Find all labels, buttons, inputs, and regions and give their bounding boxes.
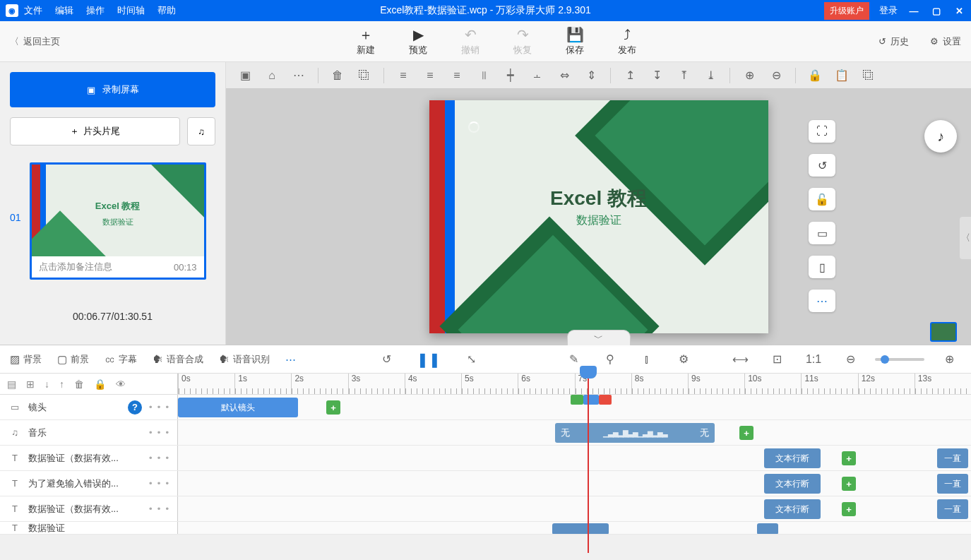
text-end-clip[interactable]: 一直 [937,448,968,468]
marker-blue[interactable] [583,395,599,405]
send-back[interactable]: ⤓ [698,66,722,85]
marker-tl[interactable]: ⚲ [598,350,622,369]
track-options[interactable]: • • • [149,478,169,489]
tool-add-track[interactable]: ⊞ [26,379,35,390]
menu-timeline[interactable]: 时间轴 [117,4,145,17]
settings-button[interactable]: ⚙设置 [930,35,961,48]
help-badge[interactable]: ? [128,400,142,415]
track-options[interactable]: • • • [149,453,169,463]
text-clip[interactable]: 文本行断 [764,448,821,468]
menu-file[interactable]: 文件 [24,4,42,17]
back-home[interactable]: 〈 返回主页 [10,35,60,48]
home-tool[interactable]: ⌂ [260,66,284,85]
snap-tl[interactable]: ⊡ [765,350,789,369]
clipboard-tool[interactable]: 📋 [830,66,854,85]
track-body[interactable] [178,522,971,534]
tool-up[interactable]: ↑ [59,379,64,390]
opt-tts[interactable]: 🗣语音合成 [153,353,203,366]
collapse-timeline-handle[interactable]: ﹀ [567,330,631,345]
zoom-out[interactable]: ⊖ [764,66,788,85]
maximize-button[interactable]: ▢ [930,6,943,16]
add-keyframe[interactable]: + [739,426,753,440]
text-end-clip[interactable]: 一直 [937,474,968,494]
menu-edit[interactable]: 编辑 [55,4,73,17]
zoom-out-tl[interactable]: ⊖ [838,350,862,369]
align-right[interactable]: ≡ [445,66,469,85]
marker-red[interactable] [599,395,612,405]
aspect-wide-button[interactable]: ▭ [809,222,835,244]
text-clip[interactable] [552,523,609,535]
expand-right-panel[interactable]: 〈 [960,217,971,259]
settings-tl[interactable]: ⚙ [672,350,696,369]
track-options[interactable]: • • • [149,504,169,514]
toolbar-publish[interactable]: ⤴发布 [618,27,636,56]
record-screen-button[interactable]: ▣ 录制屏幕 [10,72,215,107]
align-middle-v[interactable]: ┿ [499,66,523,85]
expand-stage-button[interactable]: ⤡ [459,350,483,369]
intro-outro-button[interactable]: ＋片头片尾 [10,117,180,145]
rotate-button[interactable]: ↺ [809,154,835,177]
fit-tl[interactable]: ⟷ [728,350,752,369]
opt-caption[interactable]: ㏄字幕 [105,352,137,366]
login-button[interactable]: 登录 [879,4,898,17]
music-clip[interactable]: 无 ▁▃▅▂▇▃▅▁▃▆▂▅▃ 无 [555,423,715,443]
marker-green[interactable] [571,395,583,405]
tool-visibility[interactable]: 👁 [116,379,126,390]
opt-more[interactable]: ⋯ [285,353,296,366]
tool-lock-track[interactable]: 🔒 [94,379,106,390]
align-bottom[interactable]: ⫠ [525,66,549,85]
scene-thumbnail[interactable]: Excel 教程 数据验证 点击添加备注信息 00:13 [30,162,206,280]
menu-help[interactable]: 帮助 [157,4,176,17]
stage[interactable]: Excel 教程 数据验证 ⛶ ↺ 🔓 ▭ ▯ ⋯ ♪ 〈 ﹀ [226,89,971,345]
audio-bubble[interactable]: ♪ [924,120,957,153]
time-ruler[interactable]: 0s1s2s3s4s5s6s7s8s9s10s11s12s13s [178,374,971,394]
text-end-clip[interactable]: 一直 [937,499,968,519]
zoom-slider[interactable] [875,358,924,361]
more-tool[interactable]: ⋯ [287,66,311,85]
duplicate-tool[interactable]: ⿻ [857,66,881,85]
tool-layers[interactable]: ▤ [7,379,16,390]
bring-front[interactable]: ⤒ [672,66,696,85]
copy-tool[interactable]: ⿻ [352,66,376,85]
track-body[interactable]: 无 ▁▃▅▂▇▃▅▁▃▆▂▅▃ 无 + [178,420,971,445]
delete-tool[interactable]: 🗑 [326,66,350,85]
pause-button[interactable]: ❚❚ [417,350,441,369]
add-keyframe[interactable]: + [842,477,856,491]
send-backward[interactable]: ↧ [645,66,669,85]
more-float-button[interactable]: ⋯ [809,290,835,312]
bgm-button[interactable]: ♫ [187,117,215,145]
text-clip-b[interactable] [757,523,778,535]
aspect-portrait-button[interactable]: ▯ [809,256,835,278]
toolbar-save[interactable]: 💾保存 [566,27,584,56]
add-keyframe[interactable]: + [326,400,340,415]
toolbar-preview[interactable]: ▶预览 [409,27,427,56]
distribute-v[interactable]: ⇕ [579,66,603,85]
opt-foreground[interactable]: ▢前景 [57,353,89,366]
close-button[interactable]: ✕ [953,6,965,16]
add-keyframe[interactable]: + [842,451,856,465]
upgrade-button[interactable]: 升级账户 [824,2,869,20]
pip-thumbnail[interactable] [930,322,957,342]
record-tool[interactable]: ▣ [233,66,257,85]
align-center-h[interactable]: ≡ [418,66,442,85]
unlock-button[interactable]: 🔓 [809,188,835,210]
minimize-button[interactable]: — [907,6,920,16]
track-body[interactable]: 文本行断 + 一直 [178,471,971,496]
camera-clip-default[interactable]: 默认镜头 [178,398,298,417]
lock-tool[interactable]: 🔒 [803,66,827,85]
track-options[interactable]: • • • [149,427,169,438]
track-body[interactable]: 文本行断 + 一直 [178,446,971,470]
align-left[interactable]: ≡ [391,66,415,85]
opt-background[interactable]: ▨背景 [10,353,42,366]
toolbar-new[interactable]: ＋新建 [357,27,375,56]
zoom-in-tl[interactable]: ⊕ [937,350,961,369]
distribute-h[interactable]: ⇔ [552,66,576,85]
fullscreen-button[interactable]: ⛶ [809,120,835,143]
edit-tl[interactable]: ✎ [561,350,585,369]
text-clip[interactable]: 文本行断 [764,474,821,494]
zoom-in[interactable]: ⊕ [737,66,761,85]
text-clip[interactable]: 文本行断 [764,499,821,519]
rewind-button[interactable]: ↺ [374,350,398,369]
track-body[interactable]: 文本行断 + 一直 [178,496,971,521]
bring-forward[interactable]: ↥ [618,66,642,85]
